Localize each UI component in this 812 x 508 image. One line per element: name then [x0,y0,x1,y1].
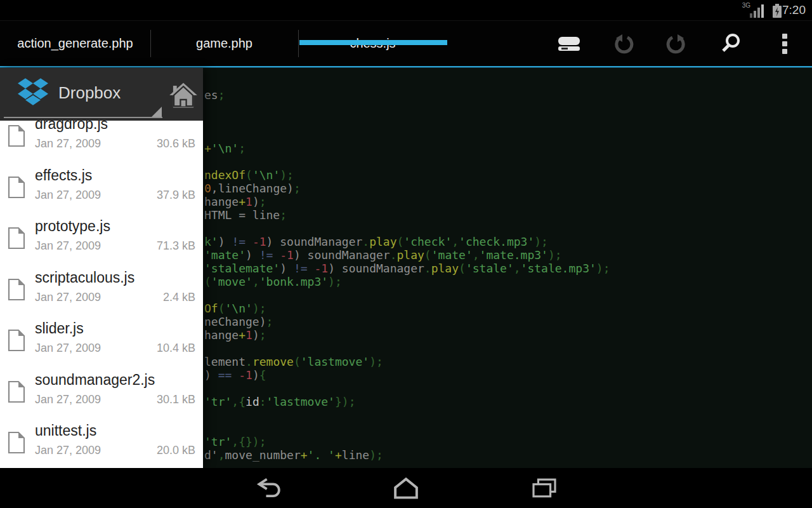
file-size: 30.1 kB [157,393,195,406]
code-line: hange+1); [204,195,610,208]
file-size: 37.9 kB [157,189,195,202]
redo-button[interactable] [657,21,697,66]
file-size: 2.4 kB [163,291,195,304]
code-line: ) == -1){ [204,368,610,382]
document-icon [8,124,25,147]
code-line: 0,lineChange); [204,182,610,195]
spinner-caret-icon [151,107,162,117]
file-name: slider.js [35,320,84,337]
file-date: Jan 27, 2009 [35,393,101,406]
network-type-label: 3G [742,2,750,9]
code-line [204,155,610,168]
file-list-item[interactable]: prototype.jsJan 27, 200971.3 kB [0,215,203,266]
file-name: effects.js [35,167,92,184]
file-date: Jan 27, 2009 [35,189,101,202]
overflow-menu-button[interactable] [764,21,805,66]
code-line [204,422,610,435]
code-line: lement.remove('lastmove'); [204,355,610,368]
go-home-folder-button[interactable] [166,77,200,114]
home-icon [169,81,198,109]
file-name: scriptaculous.js [35,269,134,286]
file-size: 20.0 kB [157,444,195,457]
undo-icon [612,33,634,55]
file-date: Jan 27, 2009 [35,291,101,304]
code-line: 'tr',{}); [204,435,610,448]
active-tab-underline [299,40,447,45]
file-list-item[interactable]: slider.jsJan 27, 200910.4 kB [0,318,203,368]
file-panel-header: Dropbox [0,68,203,121]
status-bar: 3G 7:20 [0,0,812,21]
file-list-item[interactable]: unittest.jsJan 27, 200920.0 kB [0,420,203,468]
code-line [204,288,610,302]
file-date: Jan 27, 2009 [35,137,101,150]
recents-icon [530,478,558,499]
overflow-menu-icon [782,33,788,55]
code-line: ('move','bonk.mp3'); [204,275,610,288]
tab-action-generate-php[interactable]: action_generate.php [0,21,150,66]
file-list-item[interactable]: soundmanager2.jsJan 27, 200930.1 kB [0,369,203,420]
navigation-bar [0,468,812,508]
document-icon [8,278,25,301]
save-icon [556,35,582,53]
code-line: 'tr',{id:'lastmove'}); [204,395,610,408]
code-line [204,342,610,355]
back-button[interactable] [241,468,298,508]
battery-charging-icon [773,4,782,18]
clock: 7:20 [782,3,806,17]
file-list-item[interactable]: effects.jsJan 27, 200937.9 kB [0,164,203,215]
code-line [204,222,610,235]
file-size: 10.4 kB [157,342,195,355]
file-browser-panel: dragdrop.jsJan 27, 200930.6 kBeffects.js… [0,68,203,468]
document-icon [8,431,25,454]
file-name: unittest.js [35,422,96,439]
code-line: hange+1); [204,328,610,342]
code-line [204,382,610,395]
file-size: 71.3 kB [157,239,195,253]
code-line: k') != -1) soundManager.play('check','ch… [204,235,610,248]
code-line [204,115,610,128]
code-line: 'stalemate') != -1) soundManager.play('s… [204,262,610,275]
code-text: es;+'\n';ndexOf('\n');0,lineChange);hang… [204,88,610,462]
search-button[interactable] [710,21,751,66]
code-line [204,102,610,115]
home-button[interactable] [377,468,435,508]
file-date: Jan 27, 2009 [35,444,101,457]
file-list-item[interactable]: dragdrop.jsJan 27, 200930.6 kB [0,113,203,164]
code-line: d',move_number+'. '+line); [204,448,610,462]
recents-button[interactable] [516,468,573,508]
file-list-item[interactable]: scriptaculous.jsJan 27, 20092.4 kB [0,267,203,318]
code-line: ndexOf('\n'); [204,168,610,182]
android-screen: 3G 7:20 action_generate.php game.php che… [0,0,812,508]
file-size: 30.6 kB [157,137,195,150]
code-line: HTML = line; [204,208,610,222]
file-date: Jan 27, 2009 [35,239,101,253]
file-date: Jan 27, 2009 [35,342,101,355]
code-line: +'\n'; [204,142,610,155]
storage-source-label: Dropbox [58,83,121,103]
code-line [204,128,610,142]
spinner-underline [4,117,162,118]
code-line: neChange); [204,315,610,328]
redo-icon [666,33,688,55]
file-name: prototype.js [35,218,110,235]
document-icon [8,227,25,250]
storage-source-spinner[interactable]: Dropbox [0,68,164,121]
code-line: 'mate') != -1) soundManager.play('mate',… [204,248,610,262]
code-line [204,408,610,422]
back-icon [256,478,284,499]
dropbox-icon [18,78,48,106]
search-icon [720,33,742,55]
signal-strength-icon [750,4,765,18]
document-icon [8,176,25,199]
undo-button[interactable] [603,21,643,66]
document-icon [8,380,25,403]
save-button[interactable] [549,21,589,66]
document-icon [8,329,25,352]
home-icon [391,477,421,500]
tab-game-php[interactable]: game.php [150,21,298,66]
code-line: Of('\n'); [204,302,610,315]
file-name: soundmanager2.js [35,371,155,389]
code-line: es; [204,88,610,102]
